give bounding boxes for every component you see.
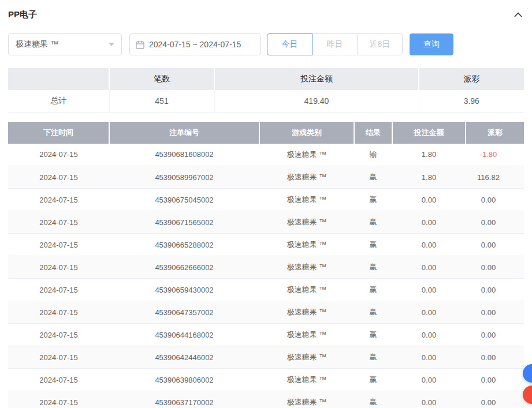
header-bet-time: 下注时间 [8,122,109,144]
cell-game-type: 极速糖果 ™ [259,234,354,256]
table-row: 2024-07-1545390644168002极速糖果 ™赢0.000.00 [8,324,524,346]
bet-table: 下注时间 注单编号 游戏类别 结果 投注金额 派彩 2024-07-154539… [8,122,524,408]
bet-table-header-row: 下注时间 注单编号 游戏类别 结果 投注金额 派彩 [8,122,524,144]
summary-table: 笔数 投注金额 派彩 总计 451 419.40 3.96 [8,68,524,113]
cell-payout: 0.00 [466,391,524,408]
cell-result: 赢 [354,346,392,369]
table-row: 2024-07-1545390647357002极速糖果 ™赢0.000.00 [8,301,524,324]
cell-result: 赢 [354,369,392,391]
cell-order-id: 45390644168002 [109,324,259,346]
cell-payout: 0.00 [466,324,524,346]
collapse-button[interactable] [512,9,524,20]
cell-bet-time: 2024-07-15 [8,391,109,408]
cell-order-id: 45390662666002 [109,256,259,279]
cell-bet-amount: 1.80 [392,166,466,189]
table-row: 2024-07-1545390659430002极速糖果 ™赢0.000.00 [8,279,524,301]
summary-header-row: 笔数 投注金额 派彩 [8,68,524,90]
cell-result: 赢 [354,256,392,279]
summary-header-blank [8,68,109,90]
cell-payout: 0.00 [466,279,524,301]
header-payout: 派彩 [466,122,524,144]
table-row: 2024-07-1545390671565002极速糖果 ™赢0.000.00 [8,211,524,234]
summary-header-payout: 派彩 [419,68,524,90]
calendar-icon [136,40,144,49]
date-range-input[interactable]: 2024-07-15 ~ 2024-07-15 [129,33,261,55]
table-row: 2024-07-1545390681608002极速糖果 ™输1.80-1.80 [8,144,524,166]
cell-result: 赢 [354,279,392,301]
cell-bet-time: 2024-07-15 [8,189,109,211]
cell-game-type: 极速糖果 ™ [259,144,354,166]
table-row: 2024-07-1545390637170002极速糖果 ™赢0.000.00 [8,391,524,408]
cell-order-id: 45390589967002 [109,166,259,189]
cell-payout: 0.00 [466,189,524,211]
header-bet-amount: 投注金额 [392,122,466,144]
search-button[interactable]: 查询 [410,33,453,55]
cell-result: 赢 [354,211,392,234]
summary-total-row: 总计 451 419.40 3.96 [8,90,524,112]
cell-order-id: 45390647357002 [109,301,259,324]
game-select[interactable]: 极速糖果 ™ [8,33,122,55]
cell-order-id: 45390665288002 [109,234,259,256]
cell-bet-amount: 0.00 [392,234,466,256]
chevron-down-icon [109,43,114,46]
cell-game-type: 极速糖果 ™ [259,391,354,408]
cell-game-type: 极速糖果 ™ [259,189,354,211]
cell-bet-time: 2024-07-15 [8,256,109,279]
cell-result: 赢 [354,166,392,189]
cell-order-id: 45390639806002 [109,369,259,391]
game-select-value: 极速糖果 ™ [16,39,58,50]
cell-game-type: 极速糖果 ™ [259,166,354,189]
cell-bet-amount: 0.00 [392,256,466,279]
summary-header-count: 笔数 [109,68,214,90]
bet-table-body: 2024-07-1545390681608002极速糖果 ™输1.80-1.80… [8,144,524,408]
cell-game-type: 极速糖果 ™ [259,324,354,346]
cell-bet-amount: 0.00 [392,391,466,408]
filter-row: 极速糖果 ™ 2024-07-15 ~ 2024-07-15 今日 昨日 近8日… [8,33,524,55]
cell-payout: 0.00 [466,346,524,369]
cell-game-type: 极速糖果 ™ [259,346,354,369]
cell-order-id: 45390675045002 [109,189,259,211]
summary-total-count: 451 [109,90,214,112]
cell-payout: 0.00 [466,234,524,256]
cell-bet-amount: 0.00 [392,324,466,346]
cell-bet-time: 2024-07-15 [8,369,109,391]
summary-total-label: 总计 [8,90,109,112]
cell-bet-time: 2024-07-15 [8,211,109,234]
cell-bet-time: 2024-07-15 [8,279,109,301]
cell-bet-amount: 0.00 [392,279,466,301]
last-8-days-button[interactable]: 近8日 [357,33,403,55]
cell-bet-amount: 0.00 [392,346,466,369]
cell-order-id: 45390671565002 [109,211,259,234]
cell-payout: 0.00 [466,211,524,234]
summary-total-bet-amount: 419.40 [214,90,419,112]
header-result: 结果 [354,122,392,144]
cell-order-id: 45390637170002 [109,391,259,408]
table-row: 2024-07-1545390589967002极速糖果 ™赢1.80116.8… [8,166,524,189]
cell-bet-amount: 0.00 [392,369,466,391]
header-game-type: 游戏类别 [259,122,354,144]
today-button[interactable]: 今日 [267,33,312,55]
cell-result: 赢 [354,189,392,211]
cell-bet-time: 2024-07-15 [8,144,109,166]
cell-bet-time: 2024-07-15 [8,346,109,369]
date-range-value: 2024-07-15 ~ 2024-07-15 [149,40,241,49]
summary-total-payout: 3.96 [419,90,524,112]
chevron-up-icon [514,12,522,17]
table-row: 2024-07-1545390675045002极速糖果 ™赢0.000.00 [8,189,524,211]
cell-result: 输 [354,144,392,166]
cell-payout: 116.82 [466,166,524,189]
cell-game-type: 极速糖果 ™ [259,279,354,301]
cell-bet-time: 2024-07-15 [8,166,109,189]
cell-bet-time: 2024-07-15 [8,234,109,256]
cell-result: 赢 [354,301,392,324]
yesterday-button[interactable]: 昨日 [312,33,358,55]
cell-result: 赢 [354,391,392,408]
header-order-id: 注单编号 [109,122,259,144]
table-row: 2024-07-1545390662666002极速糖果 ™赢0.000.00 [8,256,524,279]
cell-payout: -1.80 [466,144,524,166]
panel-title: PP电子 [8,9,37,20]
cell-game-type: 极速糖果 ™ [259,211,354,234]
cell-result: 赢 [354,234,392,256]
table-row: 2024-07-1545390665288002极速糖果 ™赢0.000.00 [8,234,524,256]
table-row: 2024-07-1545390642446002极速糖果 ™赢0.000.00 [8,346,524,369]
